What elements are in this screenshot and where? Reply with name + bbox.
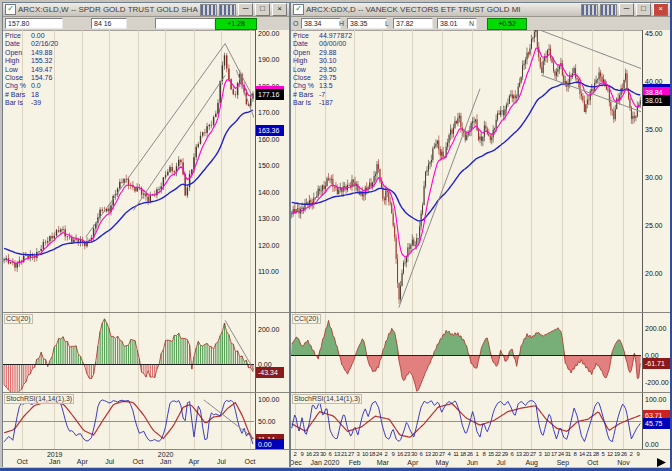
x-axis-month-label: Oct [245, 458, 256, 465]
candlestick-chart-gld [3, 30, 254, 312]
titlebar-gdx[interactable]: ✓ ARCX:GDX,D -- VANECK VECTORS ETF TRUST… [291, 3, 670, 17]
x-axis-day-label: 9 [300, 451, 303, 457]
x-axis-day-label: 1 [475, 451, 478, 457]
cci-indicator-chart-gld [3, 313, 254, 393]
x-axis-month-label: Apr [407, 459, 418, 466]
x-axis-month-label: Mar [377, 459, 389, 466]
close-button[interactable]: × [653, 3, 668, 16]
y-axis-label: 200.00 [258, 30, 279, 37]
quote-field[interactable]: 38.35 [347, 18, 387, 29]
x-axis-day-label: 23 [404, 451, 410, 457]
x-axis-day-label: 11 [453, 451, 458, 457]
quote-field[interactable]: 84 16 [91, 18, 127, 29]
x-axis-day-label: 14 [579, 451, 585, 457]
y-axis-label: 160.00 [258, 136, 279, 143]
x-axis-month-label: Oct [133, 458, 144, 465]
y-axis-label: 100.00 [258, 396, 279, 403]
x-axis-month-label: Nov [617, 459, 629, 466]
restore-button[interactable]: □ [636, 3, 651, 16]
time-axis-gld[interactable]: Oct2019JanAprJulOct2020JanAprJulOct [3, 449, 289, 467]
y-axis-label: 200.00 [645, 325, 666, 332]
price-axis-gld[interactable]: 200.00190.00180.00170.00160.00150.00140.… [255, 30, 289, 312]
x-axis-day-label: 18 [369, 451, 375, 457]
x-axis-day-label: 16 [306, 451, 312, 457]
y-axis-label: 25.00 [645, 222, 663, 229]
x-axis-day-label: 2 [384, 451, 387, 457]
y-axis-label: -200.00 [645, 379, 669, 386]
x-axis-day-label: 9 [636, 451, 639, 457]
cci-label: CCI(20) [292, 314, 321, 324]
chart-style-icon[interactable] [200, 4, 217, 16]
minimize-button[interactable]: ─ [619, 3, 634, 16]
chart-type-icon[interactable] [219, 4, 236, 16]
chart-style-icon[interactable] [581, 4, 598, 16]
x-axis-day-label: 23 [313, 451, 319, 457]
stochrsi-axis-gld[interactable]: 100.0050.000.0011.140.00 [255, 393, 289, 450]
quote-field[interactable] [155, 18, 215, 29]
x-axis-month-label: Jul [217, 458, 226, 465]
quote-field[interactable]: 37.82 [393, 18, 433, 29]
y-axis-label: 110.00 [258, 268, 279, 275]
y-axis-label: 150.00 [258, 162, 279, 169]
price-axis-gdx[interactable]: 45.0040.0035.0030.0025.0020.0039.1938.84… [642, 30, 670, 312]
x-axis-year-label: 2020 [158, 451, 174, 458]
x-axis-month-label: Jan 2020 [311, 459, 340, 466]
stochrsi-axis-gdx[interactable]: 100.000.0063.7145.75 [642, 393, 670, 450]
x-axis-month-label: Aug [526, 459, 538, 466]
window-check-icon: ✓ [293, 4, 304, 15]
x-axis-day-label: 28 [593, 451, 599, 457]
y-axis-label: 140.00 [258, 189, 279, 196]
quote-field-label: N [469, 19, 474, 28]
y-axis-label: 200.00 [258, 326, 279, 333]
charting-application: ✓ ARCX:GLD,W -- SPDR GOLD TRUST GOLD SHA… [0, 0, 672, 471]
stochrsi-panel-gld: StochRSI(14,14(1),3) 100.0050.000.0011.1… [3, 392, 289, 450]
x-axis-day-label: 29 [502, 451, 508, 457]
price-badge: -43.34 [256, 367, 284, 378]
x-axis-day-label: 13 [425, 451, 431, 457]
price-badge: 177.16 [256, 89, 284, 100]
minimize-button[interactable]: ─ [238, 3, 253, 16]
x-axis-month-label: Oct [17, 458, 28, 465]
x-axis-day-label: 30 [320, 451, 326, 457]
x-axis-day-label: 13 [516, 451, 522, 457]
titlebar-gld[interactable]: ✓ ARCX:GLD,W -- SPDR GOLD TRUST GOLD SHA… [3, 3, 289, 17]
cci-axis-gld[interactable]: 200.000.00-43.34 [255, 313, 289, 393]
quote-field-label: L [385, 19, 389, 28]
restore-button[interactable]: □ [255, 3, 270, 16]
x-axis-day-label: 2 [293, 451, 296, 457]
price-badge: 45.75 [643, 418, 671, 429]
x-axis-month-label: Oct [587, 459, 598, 466]
x-axis-day-label: 10 [544, 451, 550, 457]
quote-field[interactable]: 38.34 [301, 18, 341, 29]
x-axis-day-label: 31 [565, 451, 571, 457]
price-chart-panel-gdx: Price44.977872Date00/00/00Open29.88High3… [291, 30, 670, 312]
window-check-icon: ✓ [5, 4, 16, 15]
y-axis-label: 190.00 [258, 56, 279, 63]
y-axis-label: 100.00 [645, 396, 666, 403]
price-badge: -61.71 [643, 358, 671, 369]
cci-panel-gdx: CCI(20) 200.000.00-200.00-61.71 [291, 312, 670, 393]
cci-axis-gdx[interactable]: 200.000.00-200.00-61.71 [642, 313, 670, 393]
y-axis-label: 35.00 [645, 126, 663, 133]
cci-panel-gld: CCI(20) 200.000.00-43.34 [3, 312, 289, 393]
x-axis-day-label: 30 [411, 451, 417, 457]
candlestick-chart-gdx [291, 30, 641, 312]
x-axis-year-label: 2019 [47, 451, 63, 458]
chart-type-icon[interactable] [600, 4, 617, 16]
x-axis-day-label: 27 [348, 451, 354, 457]
y-axis-label: 45.00 [645, 30, 663, 37]
y-axis-label: 170.00 [258, 109, 279, 116]
time-axis-gdx[interactable]: 2916233061321273101824291623306132027411… [291, 449, 670, 467]
y-axis-label: 0.00 [645, 441, 659, 448]
y-axis-label: 30.00 [645, 174, 663, 181]
x-axis-day-label: 16 [397, 451, 403, 457]
x-axis-month-label: Jan [49, 458, 60, 465]
close-button[interactable]: × [272, 3, 287, 16]
price-chart-panel-gld: Price0.00Date02/16/20Open149.88High155.3… [3, 30, 289, 312]
x-axis-day-label: 20 [432, 451, 438, 457]
window-title-gld: ARCX:GLD,W -- SPDR GOLD TRUST GOLD SHARE… [18, 5, 198, 14]
quote-field-label: H [339, 19, 344, 28]
quote-row-gld: 157.8084 16+1.28 [3, 17, 289, 31]
quote-field[interactable]: 157.80 [5, 18, 63, 29]
x-axis-day-label: 6 [510, 451, 513, 457]
